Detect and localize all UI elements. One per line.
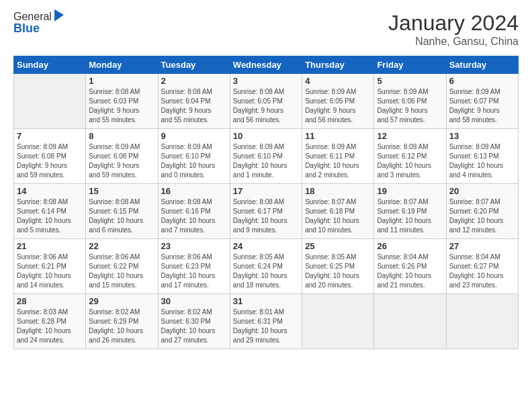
- day-number: 26: [377, 241, 443, 251]
- day-number: 8: [89, 131, 154, 141]
- day-info: Sunrise: 8:07 AM Sunset: 6:20 PM Dayligh…: [449, 197, 515, 235]
- day-number: 31: [233, 296, 299, 306]
- calendar-header-row: SundayMondayTuesdayWednesdayThursdayFrid…: [14, 56, 519, 74]
- calendar-week-row: 7Sunrise: 8:09 AM Sunset: 6:08 PM Daylig…: [14, 129, 519, 184]
- col-header-saturday: Saturday: [446, 56, 518, 74]
- day-number: 14: [17, 186, 83, 196]
- day-number: 17: [233, 186, 299, 196]
- day-info: Sunrise: 8:09 AM Sunset: 6:06 PM Dayligh…: [377, 87, 443, 125]
- day-info: Sunrise: 8:09 AM Sunset: 6:13 PM Dayligh…: [449, 142, 515, 180]
- day-info: Sunrise: 8:02 AM Sunset: 6:30 PM Dayligh…: [161, 308, 227, 345]
- day-number: 28: [17, 296, 83, 306]
- day-info: Sunrise: 8:07 AM Sunset: 6:18 PM Dayligh…: [305, 197, 371, 235]
- month-title: January 2024: [388, 11, 519, 36]
- day-number: 30: [161, 296, 227, 306]
- calendar-cell: 13Sunrise: 8:09 AM Sunset: 6:13 PM Dayli…: [446, 129, 518, 184]
- calendar-cell: 18Sunrise: 8:07 AM Sunset: 6:18 PM Dayli…: [302, 184, 374, 239]
- header: General Blue January 2024 Nanhe, Gansu, …: [13, 11, 519, 48]
- calendar-cell: 12Sunrise: 8:09 AM Sunset: 6:12 PM Dayli…: [374, 129, 446, 184]
- day-info: Sunrise: 8:05 AM Sunset: 6:24 PM Dayligh…: [233, 253, 299, 290]
- calendar-cell: 16Sunrise: 8:08 AM Sunset: 6:16 PM Dayli…: [158, 184, 230, 239]
- calendar-cell: [14, 74, 86, 129]
- day-number: 23: [161, 241, 227, 251]
- calendar-cell: 27Sunrise: 8:04 AM Sunset: 6:27 PM Dayli…: [446, 239, 518, 294]
- day-number: 1: [89, 76, 154, 86]
- calendar-cell: 2Sunrise: 8:08 AM Sunset: 6:04 PM Daylig…: [158, 74, 230, 129]
- day-info: Sunrise: 8:04 AM Sunset: 6:26 PM Dayligh…: [377, 253, 443, 290]
- day-number: 21: [17, 241, 83, 251]
- day-info: Sunrise: 8:09 AM Sunset: 6:10 PM Dayligh…: [233, 142, 299, 180]
- svg-marker-0: [54, 9, 64, 21]
- day-info: Sunrise: 8:09 AM Sunset: 6:08 PM Dayligh…: [17, 142, 83, 180]
- day-info: Sunrise: 8:09 AM Sunset: 6:11 PM Dayligh…: [305, 142, 371, 180]
- calendar-cell: 8Sunrise: 8:09 AM Sunset: 6:08 PM Daylig…: [86, 129, 158, 184]
- calendar-week-row: 21Sunrise: 8:06 AM Sunset: 6:21 PM Dayli…: [14, 239, 519, 294]
- day-number: 4: [305, 76, 371, 86]
- calendar-cell: 29Sunrise: 8:02 AM Sunset: 6:29 PM Dayli…: [86, 294, 158, 349]
- calendar-cell: 30Sunrise: 8:02 AM Sunset: 6:30 PM Dayli…: [158, 294, 230, 349]
- day-info: Sunrise: 8:08 AM Sunset: 6:14 PM Dayligh…: [17, 197, 83, 235]
- day-info: Sunrise: 8:06 AM Sunset: 6:23 PM Dayligh…: [161, 253, 227, 290]
- day-info: Sunrise: 8:09 AM Sunset: 6:05 PM Dayligh…: [305, 87, 371, 125]
- col-header-tuesday: Tuesday: [158, 56, 230, 74]
- calendar-cell: 15Sunrise: 8:08 AM Sunset: 6:15 PM Dayli…: [86, 184, 158, 239]
- calendar-cell: 25Sunrise: 8:05 AM Sunset: 6:25 PM Dayli…: [302, 239, 374, 294]
- day-info: Sunrise: 8:08 AM Sunset: 6:16 PM Dayligh…: [161, 197, 227, 235]
- col-header-friday: Friday: [374, 56, 446, 74]
- calendar-cell: 3Sunrise: 8:08 AM Sunset: 6:05 PM Daylig…: [230, 74, 302, 129]
- day-info: Sunrise: 8:03 AM Sunset: 6:28 PM Dayligh…: [17, 308, 83, 345]
- calendar-cell: 23Sunrise: 8:06 AM Sunset: 6:23 PM Dayli…: [158, 239, 230, 294]
- calendar-cell: 31Sunrise: 8:01 AM Sunset: 6:31 PM Dayli…: [230, 294, 302, 349]
- day-info: Sunrise: 8:05 AM Sunset: 6:25 PM Dayligh…: [305, 253, 371, 290]
- calendar-cell: 19Sunrise: 8:07 AM Sunset: 6:19 PM Dayli…: [374, 184, 446, 239]
- col-header-sunday: Sunday: [14, 56, 86, 74]
- day-number: 5: [377, 76, 443, 86]
- day-number: 22: [89, 241, 154, 251]
- day-info: Sunrise: 8:06 AM Sunset: 6:21 PM Dayligh…: [17, 253, 83, 290]
- col-header-thursday: Thursday: [302, 56, 374, 74]
- day-number: 27: [449, 241, 515, 251]
- day-number: 19: [377, 186, 443, 196]
- calendar-cell: [302, 294, 374, 349]
- location-subtitle: Nanhe, Gansu, China: [388, 36, 519, 48]
- calendar-week-row: 14Sunrise: 8:08 AM Sunset: 6:14 PM Dayli…: [14, 184, 519, 239]
- title-block: January 2024 Nanhe, Gansu, China: [388, 11, 519, 48]
- calendar-cell: 24Sunrise: 8:05 AM Sunset: 6:24 PM Dayli…: [230, 239, 302, 294]
- day-number: 7: [17, 131, 83, 141]
- day-number: 20: [449, 186, 515, 196]
- day-number: 11: [305, 131, 371, 141]
- col-header-wednesday: Wednesday: [230, 56, 302, 74]
- logo-blue-text: Blue: [13, 21, 65, 36]
- calendar-cell: 28Sunrise: 8:03 AM Sunset: 6:28 PM Dayli…: [14, 294, 86, 349]
- day-number: 24: [233, 241, 299, 251]
- calendar-cell: [374, 294, 446, 349]
- day-number: 15: [89, 186, 154, 196]
- day-info: Sunrise: 8:07 AM Sunset: 6:19 PM Dayligh…: [377, 197, 443, 235]
- logo-icon: [53, 8, 65, 23]
- calendar-cell: 11Sunrise: 8:09 AM Sunset: 6:11 PM Dayli…: [302, 129, 374, 184]
- day-number: 18: [305, 186, 371, 196]
- calendar-cell: 4Sunrise: 8:09 AM Sunset: 6:05 PM Daylig…: [302, 74, 374, 129]
- calendar-cell: 26Sunrise: 8:04 AM Sunset: 6:26 PM Dayli…: [374, 239, 446, 294]
- day-number: 3: [233, 76, 299, 86]
- calendar-cell: 1Sunrise: 8:08 AM Sunset: 6:03 PM Daylig…: [86, 74, 158, 129]
- day-number: 25: [305, 241, 371, 251]
- day-number: 13: [449, 131, 515, 141]
- day-info: Sunrise: 8:09 AM Sunset: 6:08 PM Dayligh…: [89, 142, 154, 180]
- calendar-table: SundayMondayTuesdayWednesdayThursdayFrid…: [13, 56, 519, 349]
- calendar-cell: 17Sunrise: 8:08 AM Sunset: 6:17 PM Dayli…: [230, 184, 302, 239]
- logo: General Blue: [13, 11, 65, 36]
- day-number: 10: [233, 131, 299, 141]
- day-info: Sunrise: 8:08 AM Sunset: 6:15 PM Dayligh…: [89, 197, 154, 235]
- day-info: Sunrise: 8:01 AM Sunset: 6:31 PM Dayligh…: [233, 308, 299, 345]
- calendar-cell: 7Sunrise: 8:09 AM Sunset: 6:08 PM Daylig…: [14, 129, 86, 184]
- day-info: Sunrise: 8:06 AM Sunset: 6:22 PM Dayligh…: [89, 253, 154, 290]
- day-number: 12: [377, 131, 443, 141]
- calendar-week-row: 1Sunrise: 8:08 AM Sunset: 6:03 PM Daylig…: [14, 74, 519, 129]
- calendar-cell: [446, 294, 518, 349]
- day-number: 9: [161, 131, 227, 141]
- calendar-cell: 9Sunrise: 8:09 AM Sunset: 6:10 PM Daylig…: [158, 129, 230, 184]
- calendar-week-row: 28Sunrise: 8:03 AM Sunset: 6:28 PM Dayli…: [14, 294, 519, 349]
- day-info: Sunrise: 8:08 AM Sunset: 6:03 PM Dayligh…: [89, 87, 154, 125]
- day-number: 2: [161, 76, 227, 86]
